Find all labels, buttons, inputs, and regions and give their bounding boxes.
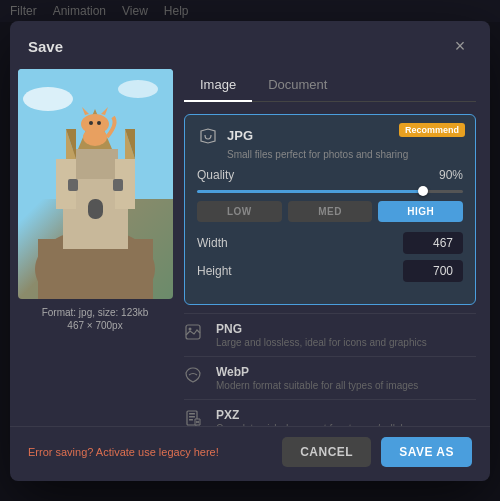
svg-rect-28	[189, 419, 193, 421]
svg-rect-15	[68, 179, 78, 191]
preview-caption: Format: jpg, size: 123kb 467 × 700px	[42, 307, 149, 331]
jpg-icon	[197, 125, 219, 147]
quality-low-button[interactable]: LOW	[197, 201, 282, 222]
svg-point-20	[89, 121, 93, 125]
width-label: Width	[197, 236, 228, 250]
png-desc: Large and lossless, ideal for icons and …	[216, 337, 427, 348]
svg-rect-23	[186, 325, 200, 339]
quality-section: Quality 90% LOW MED HIGH	[197, 160, 463, 294]
modal-body: Format: jpg, size: 123kb 467 × 700px Ima…	[10, 69, 490, 426]
preview-dimensions-text: 467 × 700px	[42, 320, 149, 331]
save-as-button[interactable]: SAVE AS	[381, 437, 472, 467]
png-info: PNG Large and lossless, ideal for icons …	[216, 322, 427, 348]
cancel-button[interactable]: CANCEL	[282, 437, 371, 467]
pxz-icon	[184, 409, 206, 426]
height-label: Height	[197, 264, 232, 278]
tab-image[interactable]: Image	[184, 69, 252, 102]
svg-point-2	[118, 80, 158, 98]
quality-buttons: LOW MED HIGH	[197, 201, 463, 222]
format-jpg-name: JPG	[227, 128, 253, 143]
format-option-pxz[interactable]: PXZ Complete pixlr document for storage/…	[184, 399, 476, 426]
modal-footer: Error saving? Activate use legacy here! …	[10, 426, 490, 481]
svg-point-24	[189, 327, 192, 330]
svg-point-22	[83, 128, 107, 146]
quality-label: Quality	[197, 168, 234, 182]
quality-slider[interactable]	[197, 190, 463, 193]
quality-value: 90%	[439, 168, 463, 182]
footer-buttons: CANCEL SAVE AS	[282, 437, 472, 467]
close-button[interactable]: ×	[448, 35, 472, 59]
format-jpg-desc: Small files perfect for photos and shari…	[227, 149, 463, 160]
preview-image	[18, 69, 173, 299]
tabs-bar: Image Document	[184, 69, 476, 102]
modal-overlay: Save ×	[0, 0, 500, 501]
width-row: Width 467	[197, 232, 463, 254]
preview-panel: Format: jpg, size: 123kb 467 × 700px	[10, 69, 180, 426]
png-icon	[184, 323, 206, 345]
svg-rect-14	[88, 199, 103, 219]
png-name: PNG	[216, 322, 427, 336]
pxz-info: PXZ Complete pixlr document for storage/…	[216, 408, 406, 426]
quality-high-button[interactable]: HIGH	[378, 201, 463, 222]
webp-name: WebP	[216, 365, 418, 379]
svg-rect-6	[73, 149, 118, 179]
preview-format-text: Format: jpg, size: 123kb	[42, 307, 149, 318]
webp-desc: Modern format suitable for all types of …	[216, 380, 418, 391]
recommend-badge: Recommend	[399, 123, 465, 137]
height-row: Height 700	[197, 260, 463, 282]
svg-rect-16	[113, 179, 123, 191]
quality-slider-container[interactable]	[197, 190, 463, 193]
format-card-jpg[interactable]: JPG Small files perfect for photos and s…	[184, 114, 476, 305]
webp-icon	[184, 366, 206, 388]
quality-med-button[interactable]: MED	[288, 201, 373, 222]
tab-document[interactable]: Document	[252, 69, 343, 102]
format-option-png[interactable]: PNG Large and lossless, ideal for icons …	[184, 313, 476, 356]
width-value[interactable]: 467	[403, 232, 463, 254]
webp-info: WebP Modern format suitable for all type…	[216, 365, 418, 391]
svg-rect-27	[189, 416, 195, 418]
modal-title: Save	[28, 38, 63, 55]
pxz-name: PXZ	[216, 408, 406, 422]
save-modal: Save ×	[10, 21, 490, 481]
format-option-webp[interactable]: WebP Modern format suitable for all type…	[184, 356, 476, 399]
modal-header: Save ×	[10, 21, 490, 69]
svg-point-1	[23, 87, 73, 111]
slider-thumb	[418, 186, 428, 196]
svg-point-21	[97, 121, 101, 125]
quality-row: Quality 90%	[197, 168, 463, 182]
height-value[interactable]: 700	[403, 260, 463, 282]
settings-panel: Image Document JPG Small fil	[180, 69, 490, 426]
svg-rect-26	[189, 413, 195, 415]
error-text[interactable]: Error saving? Activate use legacy here!	[28, 446, 219, 458]
